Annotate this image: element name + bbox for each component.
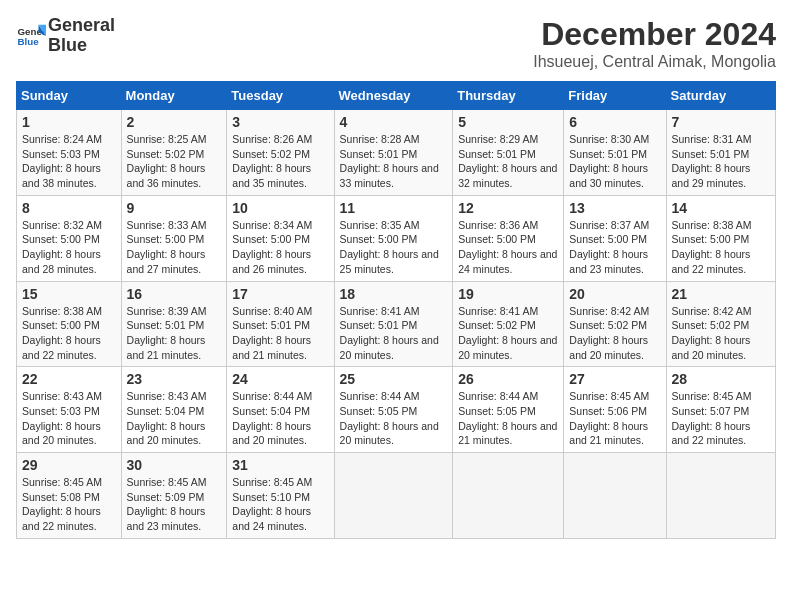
day-info: Sunrise: 8:36 AMSunset: 5:00 PMDaylight:… — [458, 218, 558, 277]
title-block: December 2024 Ihsueuej, Central Aimak, M… — [533, 16, 776, 71]
day-info: Sunrise: 8:45 AMSunset: 5:08 PMDaylight:… — [22, 475, 116, 534]
calendar-cell: 5Sunrise: 8:29 AMSunset: 5:01 PMDaylight… — [453, 110, 564, 196]
calendar-cell: 16Sunrise: 8:39 AMSunset: 5:01 PMDayligh… — [121, 281, 227, 367]
calendar-cell: 2Sunrise: 8:25 AMSunset: 5:02 PMDaylight… — [121, 110, 227, 196]
day-info: Sunrise: 8:43 AMSunset: 5:03 PMDaylight:… — [22, 389, 116, 448]
col-header-monday: Monday — [121, 82, 227, 110]
day-number: 8 — [22, 200, 116, 216]
day-number: 4 — [340, 114, 448, 130]
day-number: 27 — [569, 371, 660, 387]
calendar-cell: 21Sunrise: 8:42 AMSunset: 5:02 PMDayligh… — [666, 281, 775, 367]
day-info: Sunrise: 8:41 AMSunset: 5:01 PMDaylight:… — [340, 304, 448, 363]
day-info: Sunrise: 8:45 AMSunset: 5:06 PMDaylight:… — [569, 389, 660, 448]
day-number: 26 — [458, 371, 558, 387]
day-info: Sunrise: 8:35 AMSunset: 5:00 PMDaylight:… — [340, 218, 448, 277]
day-info: Sunrise: 8:41 AMSunset: 5:02 PMDaylight:… — [458, 304, 558, 363]
page-title: December 2024 — [533, 16, 776, 53]
calendar-cell: 23Sunrise: 8:43 AMSunset: 5:04 PMDayligh… — [121, 367, 227, 453]
calendar-cell: 9Sunrise: 8:33 AMSunset: 5:00 PMDaylight… — [121, 195, 227, 281]
col-header-friday: Friday — [564, 82, 666, 110]
day-number: 12 — [458, 200, 558, 216]
col-header-sunday: Sunday — [17, 82, 122, 110]
day-number: 5 — [458, 114, 558, 130]
day-number: 13 — [569, 200, 660, 216]
day-info: Sunrise: 8:24 AMSunset: 5:03 PMDaylight:… — [22, 132, 116, 191]
day-info: Sunrise: 8:30 AMSunset: 5:01 PMDaylight:… — [569, 132, 660, 191]
day-info: Sunrise: 8:43 AMSunset: 5:04 PMDaylight:… — [127, 389, 222, 448]
day-number: 11 — [340, 200, 448, 216]
day-number: 17 — [232, 286, 328, 302]
col-header-saturday: Saturday — [666, 82, 775, 110]
calendar-cell: 13Sunrise: 8:37 AMSunset: 5:00 PMDayligh… — [564, 195, 666, 281]
day-number: 2 — [127, 114, 222, 130]
calendar-cell: 15Sunrise: 8:38 AMSunset: 5:00 PMDayligh… — [17, 281, 122, 367]
calendar-cell: 14Sunrise: 8:38 AMSunset: 5:00 PMDayligh… — [666, 195, 775, 281]
day-info: Sunrise: 8:26 AMSunset: 5:02 PMDaylight:… — [232, 132, 328, 191]
day-info: Sunrise: 8:37 AMSunset: 5:00 PMDaylight:… — [569, 218, 660, 277]
day-number: 28 — [672, 371, 770, 387]
day-info: Sunrise: 8:42 AMSunset: 5:02 PMDaylight:… — [672, 304, 770, 363]
day-number: 21 — [672, 286, 770, 302]
day-number: 1 — [22, 114, 116, 130]
calendar-cell: 8Sunrise: 8:32 AMSunset: 5:00 PMDaylight… — [17, 195, 122, 281]
day-info: Sunrise: 8:40 AMSunset: 5:01 PMDaylight:… — [232, 304, 328, 363]
calendar-cell: 10Sunrise: 8:34 AMSunset: 5:00 PMDayligh… — [227, 195, 334, 281]
calendar-cell — [564, 453, 666, 539]
calendar-cell — [334, 453, 453, 539]
calendar-cell: 18Sunrise: 8:41 AMSunset: 5:01 PMDayligh… — [334, 281, 453, 367]
calendar-cell: 19Sunrise: 8:41 AMSunset: 5:02 PMDayligh… — [453, 281, 564, 367]
day-info: Sunrise: 8:45 AMSunset: 5:07 PMDaylight:… — [672, 389, 770, 448]
col-header-wednesday: Wednesday — [334, 82, 453, 110]
page-subtitle: Ihsueuej, Central Aimak, Mongolia — [533, 53, 776, 71]
day-number: 24 — [232, 371, 328, 387]
logo-line2: Blue — [48, 36, 115, 56]
calendar-cell: 28Sunrise: 8:45 AMSunset: 5:07 PMDayligh… — [666, 367, 775, 453]
day-number: 29 — [22, 457, 116, 473]
day-number: 7 — [672, 114, 770, 130]
calendar-cell: 22Sunrise: 8:43 AMSunset: 5:03 PMDayligh… — [17, 367, 122, 453]
day-info: Sunrise: 8:44 AMSunset: 5:04 PMDaylight:… — [232, 389, 328, 448]
day-number: 30 — [127, 457, 222, 473]
day-info: Sunrise: 8:42 AMSunset: 5:02 PMDaylight:… — [569, 304, 660, 363]
day-number: 10 — [232, 200, 328, 216]
calendar-cell — [666, 453, 775, 539]
svg-text:Blue: Blue — [18, 36, 40, 47]
calendar-cell: 7Sunrise: 8:31 AMSunset: 5:01 PMDaylight… — [666, 110, 775, 196]
day-number: 31 — [232, 457, 328, 473]
day-info: Sunrise: 8:45 AMSunset: 5:09 PMDaylight:… — [127, 475, 222, 534]
day-number: 15 — [22, 286, 116, 302]
day-number: 9 — [127, 200, 222, 216]
calendar-cell: 24Sunrise: 8:44 AMSunset: 5:04 PMDayligh… — [227, 367, 334, 453]
day-info: Sunrise: 8:45 AMSunset: 5:10 PMDaylight:… — [232, 475, 328, 534]
day-info: Sunrise: 8:44 AMSunset: 5:05 PMDaylight:… — [340, 389, 448, 448]
day-info: Sunrise: 8:33 AMSunset: 5:00 PMDaylight:… — [127, 218, 222, 277]
day-info: Sunrise: 8:44 AMSunset: 5:05 PMDaylight:… — [458, 389, 558, 448]
day-number: 22 — [22, 371, 116, 387]
day-number: 23 — [127, 371, 222, 387]
calendar-cell: 20Sunrise: 8:42 AMSunset: 5:02 PMDayligh… — [564, 281, 666, 367]
day-info: Sunrise: 8:29 AMSunset: 5:01 PMDaylight:… — [458, 132, 558, 191]
logo: General Blue General Blue — [16, 16, 115, 56]
day-number: 25 — [340, 371, 448, 387]
day-info: Sunrise: 8:32 AMSunset: 5:00 PMDaylight:… — [22, 218, 116, 277]
day-info: Sunrise: 8:25 AMSunset: 5:02 PMDaylight:… — [127, 132, 222, 191]
day-number: 3 — [232, 114, 328, 130]
day-info: Sunrise: 8:31 AMSunset: 5:01 PMDaylight:… — [672, 132, 770, 191]
calendar-cell: 27Sunrise: 8:45 AMSunset: 5:06 PMDayligh… — [564, 367, 666, 453]
day-info: Sunrise: 8:39 AMSunset: 5:01 PMDaylight:… — [127, 304, 222, 363]
calendar-cell: 11Sunrise: 8:35 AMSunset: 5:00 PMDayligh… — [334, 195, 453, 281]
day-info: Sunrise: 8:34 AMSunset: 5:00 PMDaylight:… — [232, 218, 328, 277]
calendar-cell: 29Sunrise: 8:45 AMSunset: 5:08 PMDayligh… — [17, 453, 122, 539]
calendar-cell: 1Sunrise: 8:24 AMSunset: 5:03 PMDaylight… — [17, 110, 122, 196]
calendar-cell: 4Sunrise: 8:28 AMSunset: 5:01 PMDaylight… — [334, 110, 453, 196]
calendar-cell: 12Sunrise: 8:36 AMSunset: 5:00 PMDayligh… — [453, 195, 564, 281]
calendar-cell: 17Sunrise: 8:40 AMSunset: 5:01 PMDayligh… — [227, 281, 334, 367]
calendar-table: SundayMondayTuesdayWednesdayThursdayFrid… — [16, 81, 776, 539]
calendar-cell: 25Sunrise: 8:44 AMSunset: 5:05 PMDayligh… — [334, 367, 453, 453]
col-header-tuesday: Tuesday — [227, 82, 334, 110]
day-number: 18 — [340, 286, 448, 302]
calendar-cell: 31Sunrise: 8:45 AMSunset: 5:10 PMDayligh… — [227, 453, 334, 539]
day-number: 16 — [127, 286, 222, 302]
day-info: Sunrise: 8:28 AMSunset: 5:01 PMDaylight:… — [340, 132, 448, 191]
day-number: 6 — [569, 114, 660, 130]
